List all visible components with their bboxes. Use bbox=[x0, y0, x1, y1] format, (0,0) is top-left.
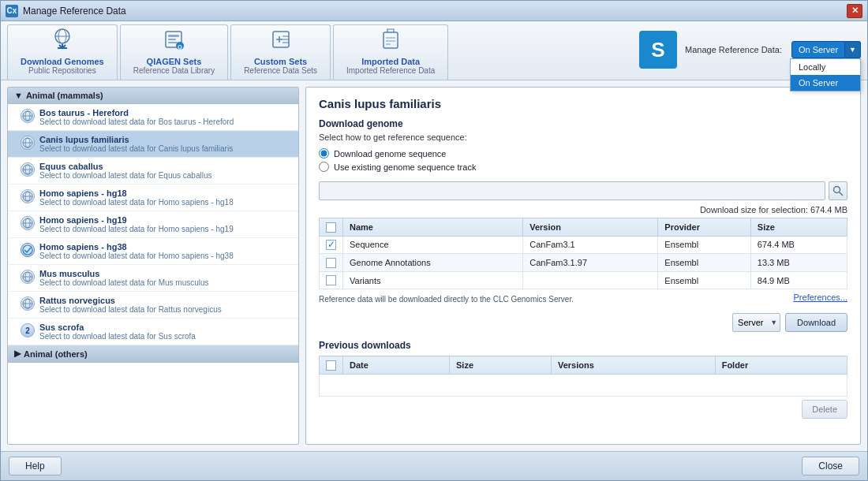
list-item[interactable]: Equus caballus Select to download latest… bbox=[8, 158, 298, 185]
list-item[interactable]: Mus musculus Select to download latest d… bbox=[8, 265, 298, 292]
tab-download-genomes[interactable]: Download Genomes Public Repositories bbox=[7, 24, 118, 80]
prev-col-folder: Folder bbox=[715, 356, 847, 375]
species-icon: 2 bbox=[21, 323, 35, 337]
server-select[interactable]: Server bbox=[732, 313, 780, 332]
server-select-wrap: Server ▼ bbox=[732, 313, 780, 332]
tab-qiagen-sub: Reference Data Library bbox=[133, 66, 215, 75]
species-icon bbox=[21, 162, 35, 177]
tree-scroll[interactable]: Bos taurus - Hereford Select to download… bbox=[8, 104, 298, 444]
help-button[interactable]: Help bbox=[9, 457, 62, 475]
svg-rect-7 bbox=[168, 39, 176, 40]
svg-rect-6 bbox=[168, 35, 179, 37]
imported-data-icon bbox=[378, 28, 403, 55]
svg-rect-8 bbox=[168, 42, 178, 43]
prev-select-all[interactable] bbox=[326, 360, 336, 371]
ref-note: Reference data will be downloaded direct… bbox=[319, 295, 574, 304]
tab-imported-label: Imported Data bbox=[361, 57, 420, 66]
svg-point-36 bbox=[23, 245, 32, 255]
radio-existing-track-input[interactable] bbox=[319, 162, 329, 172]
table-row: Variants Ensembl 84.9 MB bbox=[320, 271, 847, 289]
row-provider-sequence: Ensembl bbox=[658, 236, 750, 254]
svg-text:Q: Q bbox=[178, 44, 183, 50]
tab-imported-data[interactable]: Imported Data Imported Reference Data bbox=[333, 24, 448, 80]
row-size-variants: 84.9 MB bbox=[750, 271, 847, 289]
bottom-bar: Help Close bbox=[1, 451, 867, 480]
row-size-sequence: 674.4 MB bbox=[750, 236, 847, 254]
custom-sets-icon bbox=[268, 28, 294, 55]
popup-onserver[interactable]: On Server bbox=[791, 75, 860, 91]
search-button[interactable] bbox=[829, 181, 847, 200]
tab-imported-sub: Imported Reference Data bbox=[346, 66, 435, 75]
manage-ref-popup: Locally On Server bbox=[790, 58, 861, 91]
left-panel: ▼ Animal (mammals) Bos taurus - Hereford… bbox=[7, 87, 299, 445]
qiagen-sets-icon: Q bbox=[161, 28, 186, 55]
download-button[interactable]: Download bbox=[785, 313, 847, 332]
toolbar: Download Genomes Public Repositories Q Q… bbox=[1, 21, 867, 80]
row-size-annotations: 13.3 MB bbox=[750, 254, 847, 272]
popup-locally[interactable]: Locally bbox=[791, 59, 860, 75]
track-search-input[interactable] bbox=[319, 181, 825, 200]
action-row: Server ▼ Download bbox=[319, 313, 847, 332]
manage-ref-label: Manage Reference Data: bbox=[685, 45, 782, 54]
section-animal-others[interactable]: ▶ Animal (others) bbox=[8, 345, 298, 363]
species-icon bbox=[21, 216, 35, 230]
tab-custom-sub: Reference Data Sets bbox=[244, 66, 317, 75]
row-version-annotations: CanFam3.1.97 bbox=[523, 254, 658, 272]
avatar: S bbox=[639, 31, 677, 69]
download-size-text: Download size for selection: 674.4 MB bbox=[319, 205, 847, 214]
content-area: ▼ Animal (mammals) Bos taurus - Hereford… bbox=[1, 80, 867, 451]
species-icon bbox=[21, 109, 35, 123]
download-genomes-icon bbox=[50, 28, 75, 55]
expand-icon: ▶ bbox=[14, 349, 21, 359]
prev-col-checkbox bbox=[320, 356, 343, 375]
col-header-version: Version bbox=[523, 218, 658, 237]
table-row: Sequence CanFam3.1 Ensembl 674.4 MB bbox=[320, 236, 847, 254]
list-item[interactable]: Homo sapiens - hg18 Select to download l… bbox=[8, 185, 298, 211]
prev-downloads-label: Previous downloads bbox=[319, 340, 847, 351]
row-checkbox-annotations[interactable] bbox=[326, 258, 336, 268]
section-label: Animal (mammals) bbox=[26, 91, 103, 100]
select-method-desc: Select how to get reference sequence: bbox=[319, 132, 847, 142]
download-genome-section-title: Download genome bbox=[319, 118, 847, 129]
preferences-link[interactable]: Preferences... bbox=[794, 293, 847, 302]
window-close-button[interactable]: ✕ bbox=[847, 4, 862, 18]
list-item[interactable]: 2 Sus scrofa Select to download latest d… bbox=[8, 319, 298, 345]
species-icon bbox=[21, 136, 35, 150]
select-all-checkbox[interactable] bbox=[326, 222, 336, 233]
tab-qiagen-sets[interactable]: Q QIAGEN Sets Reference Data Library bbox=[120, 24, 228, 80]
manage-ref-dropdown-arrow[interactable]: ▼ bbox=[845, 41, 861, 58]
row-name-variants: Variants bbox=[343, 271, 523, 289]
row-checkbox-variants[interactable] bbox=[326, 275, 336, 285]
col-header-provider: Provider bbox=[658, 218, 750, 237]
data-table: Name Version Provider Size Sequence CanF… bbox=[319, 218, 847, 289]
main-window: Cx Manage Reference Data ✕ Download Geno… bbox=[0, 0, 868, 481]
list-item[interactable]: Bos taurus - Hereford Select to download… bbox=[8, 104, 298, 131]
svg-rect-17 bbox=[383, 32, 398, 48]
toolbar-right: S Manage Reference Data: On Server ▼ Loc… bbox=[639, 24, 861, 80]
title-bar: Cx Manage Reference Data ✕ bbox=[1, 1, 867, 21]
list-item[interactable]: Homo sapiens - hg38 Select to download l… bbox=[8, 238, 298, 265]
section-animal-mammals[interactable]: ▼ Animal (mammals) bbox=[8, 88, 298, 104]
app-icon: Cx bbox=[6, 5, 18, 17]
prev-col-size: Size bbox=[449, 356, 551, 375]
row-checkbox-sequence[interactable] bbox=[326, 240, 336, 250]
list-item[interactable]: Canis lupus familiaris Select to downloa… bbox=[8, 131, 298, 158]
radio-download-sequence: Download genome sequence bbox=[319, 148, 847, 158]
delete-button[interactable]: Delete bbox=[802, 400, 847, 419]
species-icon bbox=[21, 243, 35, 257]
close-button[interactable]: Close bbox=[802, 457, 859, 475]
window-title: Manage Reference Data bbox=[23, 6, 847, 17]
radio-download-sequence-label: Download genome sequence bbox=[334, 149, 447, 158]
table-row: Genome Annotations CanFam3.1.97 Ensembl … bbox=[320, 254, 847, 272]
section2-label: Animal (others) bbox=[24, 349, 88, 359]
col-header-size: Size bbox=[750, 218, 847, 237]
species-icon bbox=[21, 270, 35, 284]
list-item[interactable]: Homo sapiens - hg19 Select to download l… bbox=[8, 211, 298, 238]
manage-ref-onserver-selected[interactable]: On Server bbox=[791, 41, 845, 58]
right-panel: Canis lupus familiaris Download genome S… bbox=[305, 87, 861, 445]
svg-point-43 bbox=[834, 187, 840, 193]
tab-custom-sets[interactable]: Custom Sets Reference Data Sets bbox=[230, 24, 331, 80]
list-item[interactable]: Rattus norvegicus Select to download lat… bbox=[8, 292, 298, 319]
radio-download-sequence-input[interactable] bbox=[319, 148, 329, 158]
genome-title: Canis lupus familiaris bbox=[319, 97, 847, 110]
